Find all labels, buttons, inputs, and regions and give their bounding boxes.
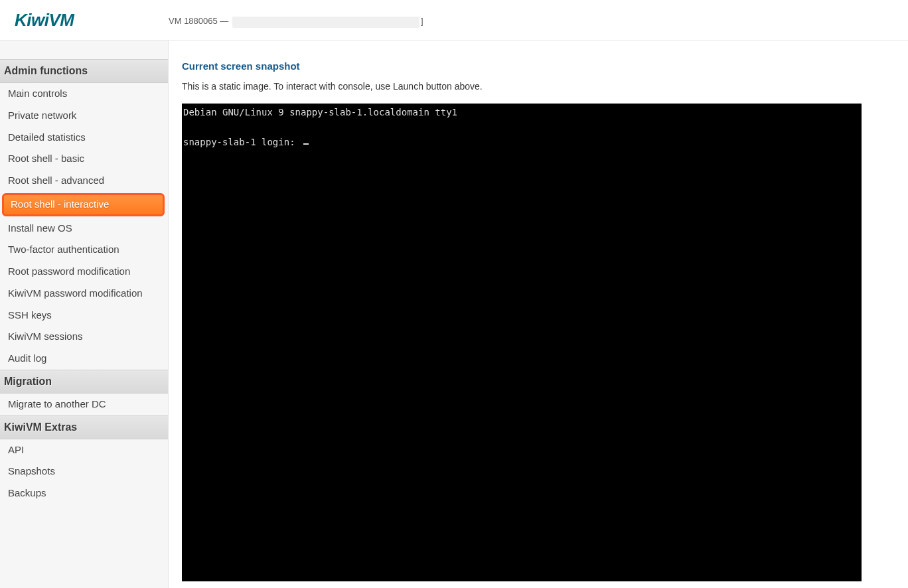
content: Current screen snapshot This is a static…	[169, 40, 908, 588]
sidebar-section-migration: Migration	[0, 370, 168, 394]
vm-label-sep: —	[218, 16, 231, 26]
sidebar-section-extras: KiwiVM Extras	[0, 415, 168, 439]
sidebar-item-api[interactable]: API	[0, 439, 168, 461]
sidebar-item-install-new-os[interactable]: Install new OS	[0, 218, 168, 240]
vm-name-redacted	[232, 17, 419, 28]
vm-info: VM 1880065 — ]	[169, 12, 423, 27]
sidebar: Admin functions Main controls Private ne…	[0, 40, 169, 588]
header: KiwiVM VM 1880065 — ]	[0, 0, 908, 40]
vm-id: 1880065	[184, 16, 218, 26]
content-heading: Current screen snapshot	[182, 60, 895, 72]
console-cursor-icon	[303, 143, 309, 145]
sidebar-item-audit-log[interactable]: Audit log	[0, 348, 168, 370]
vm-label-suffix: ]	[421, 16, 423, 26]
sidebar-item-kiwivm-password-mod[interactable]: KiwiVM password modification	[0, 283, 168, 305]
sidebar-item-root-shell-interactive[interactable]: Root shell - interactive	[2, 193, 165, 216]
sidebar-item-ssh-keys[interactable]: SSH keys	[0, 305, 168, 327]
sidebar-item-private-network[interactable]: Private network	[0, 105, 168, 127]
sidebar-item-migrate-dc[interactable]: Migrate to another DC	[0, 394, 168, 415]
sidebar-spacer	[0, 40, 168, 59]
sidebar-item-root-password-mod[interactable]: Root password modification	[0, 261, 168, 283]
console-screenshot: Debian GNU/Linux 9 snappy-slab-1.localdo…	[182, 104, 862, 581]
sidebar-item-root-shell-basic[interactable]: Root shell - basic	[0, 148, 168, 170]
sidebar-item-two-factor-auth[interactable]: Two-factor authentication	[0, 239, 168, 261]
logo[interactable]: KiwiVM	[0, 10, 169, 31]
console-line-1: Debian GNU/Linux 9 snappy-slab-1.localdo…	[183, 107, 457, 117]
content-subtext: This is a static image. To interact with…	[182, 81, 895, 92]
sidebar-section-admin: Admin functions	[0, 59, 168, 83]
sidebar-item-main-controls[interactable]: Main controls	[0, 83, 168, 105]
layout: Admin functions Main controls Private ne…	[0, 40, 908, 588]
sidebar-item-backups[interactable]: Backups	[0, 482, 168, 504]
sidebar-item-snapshots[interactable]: Snapshots	[0, 461, 168, 482]
vm-label-prefix: VM	[169, 16, 184, 26]
sidebar-item-kiwivm-sessions[interactable]: KiwiVM sessions	[0, 326, 168, 348]
sidebar-item-detailed-statistics[interactable]: Detailed statistics	[0, 127, 168, 149]
console-line-2: snappy-slab-1 login:	[183, 137, 295, 147]
sidebar-item-root-shell-advanced[interactable]: Root shell - advanced	[0, 170, 168, 192]
